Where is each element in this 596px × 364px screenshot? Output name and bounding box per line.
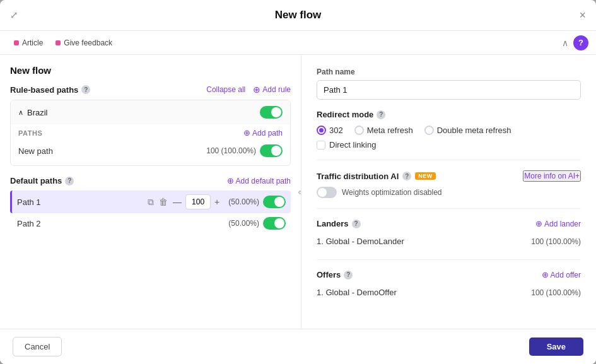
redirect-help-icon[interactable]: ? [377,110,385,119]
traffic-ai-header: Traffic distribution AI ? NEW More info … [317,170,581,182]
article-dot [14,40,19,45]
plus-circle-icon-2: ⊕ [243,128,250,138]
path-name-section: Path name [317,68,581,100]
section-divider-2 [317,208,581,209]
rule-based-help-icon[interactable]: ? [81,85,90,94]
traffic-ai-title: Traffic distribution AI ? NEW [317,172,436,181]
offer-row-1: 1. Global - DemoOffer 100 (100.00%) [317,285,581,300]
offers-title: Offers ? [317,270,353,279]
radio-circle-double [424,126,434,135]
plus-button-1[interactable]: + [213,197,221,207]
radio-double-meta[interactable]: Double meta refresh [424,126,511,135]
chevron-down-icon: ∧ [18,109,23,117]
default-path-row-1[interactable]: Path 1 ⧉ 🗑 — + (50.00%) [10,191,291,213]
modal-body: New flow Rule-based paths ? Collapse all… [0,55,596,329]
rule-based-header: Rule-based paths ? Collapse all ⊕ Add ru… [10,85,291,95]
add-offer-button[interactable]: ⊕ Add offer [542,270,581,279]
path-name-input[interactable] [317,80,581,100]
path1-num-input[interactable] [185,194,211,209]
redirect-mode-section: Redirect mode ? 302 Meta refresh [317,110,581,150]
tab-article[interactable]: Article [8,35,49,51]
tab-bar: Article Give feedback ∧ ? [0,31,596,55]
default-paths-section: Default paths ? ⊕ Add default path Path … [10,176,291,233]
more-info-button[interactable]: More info on AI+ [523,170,581,182]
radio-circle-302 [317,126,326,135]
radio-circle-meta [354,126,364,135]
right-panel: Path name Redirect mode ? 302 [301,55,596,329]
cancel-button[interactable]: Cancel [13,337,62,356]
default-paths-header: Default paths ? ⊕ Add default path [10,176,291,185]
brazil-path-row: New path 100 (100.00%) [18,141,283,160]
plus-circle-icon-offer: ⊕ [542,270,549,279]
offers-section: Offers ? ⊕ Add offer 1. Global - DemoOff… [317,270,581,300]
resize-handle[interactable]: ⇔ [295,55,301,329]
add-rule-button[interactable]: ⊕ Add rule [253,85,291,95]
tab-article-label: Article [22,38,43,47]
plus-circle-icon-3: ⊕ [227,176,234,185]
rule-based-actions: Collapse all ⊕ Add rule [206,85,291,95]
plus-circle-icon: ⊕ [253,85,260,95]
default-paths-title: Default paths ? [10,176,74,185]
tab-give-feedback[interactable]: Give feedback [49,35,119,51]
expand-icon[interactable]: ⤢ [10,9,18,21]
minus-button-1[interactable]: — [172,197,183,207]
plus-circle-icon-lander: ⊕ [535,219,542,228]
collapse-button[interactable]: ∧ [562,38,568,48]
add-path-button[interactable]: ⊕ Add path [243,128,283,138]
rule-based-title: Rule-based paths ? [10,85,90,95]
feedback-dot [56,40,61,45]
default-path-row-2[interactable]: Path 2 (50.00%) [10,213,291,233]
path2-toggle[interactable] [263,217,286,230]
brazil-paths-table: PATHS ⊕ Add path New path 100 (100.00%) [11,124,290,165]
default-paths-help-icon[interactable]: ? [65,177,74,185]
path1-value: (50.00%) [228,196,286,208]
close-button[interactable]: × [579,9,586,22]
resize-icon: ⇔ [298,186,302,198]
landers-help-icon[interactable]: ? [352,220,361,228]
help-button[interactable]: ? [573,35,588,50]
delete-icon[interactable]: 🗑 [158,196,169,208]
modal-title: New flow [275,9,322,21]
save-button[interactable]: Save [529,338,583,356]
rule-group-brazil-name: ∧ Brazil [18,108,48,117]
new-flow-modal: ⤢ New flow × Article Give feedback ∧ ? N… [0,0,596,364]
weights-toggle-row: Weights optimization disabled [317,187,581,198]
copy-icon[interactable]: ⧉ [146,196,155,209]
redirect-mode-title: Redirect mode ? [317,110,581,119]
path1-toggle[interactable] [263,196,286,208]
radio-meta-refresh[interactable]: Meta refresh [354,126,413,135]
add-default-path-button[interactable]: ⊕ Add default path [227,176,291,185]
direct-linking-checkbox[interactable]: Direct linking [317,140,581,150]
offers-help-icon[interactable]: ? [344,271,353,279]
checkbox-box [317,141,325,150]
modal-header: ⤢ New flow × [0,0,596,31]
traffic-ai-section: Traffic distribution AI ? NEW More info … [317,170,581,198]
lander-row-1: 1. Global - DemoLander 100 (100.00%) [317,233,581,249]
collapse-all-button[interactable]: Collapse all [206,85,245,94]
landers-header: Landers ? ⊕ Add lander [317,219,581,228]
weights-toggle[interactable] [317,187,337,198]
offers-header: Offers ? ⊕ Add offer [317,270,581,279]
section-divider-3 [317,259,581,260]
paths-header: PATHS ⊕ Add path [18,128,283,138]
rule-group-brazil: ∧ Brazil PATHS ⊕ Add [10,100,291,166]
path2-value: (50.00%) [228,217,286,230]
tab-bar-actions: ∧ ? [562,35,588,50]
radio-302[interactable]: 302 [317,126,343,135]
tab-feedback-label: Give feedback [64,38,112,47]
traffic-help-icon[interactable]: ? [402,172,411,180]
landers-title: Landers ? [317,219,361,228]
add-lander-button[interactable]: ⊕ Add lander [535,219,581,228]
panel-title: New flow [10,65,291,76]
radio-group: 302 Meta refresh Double meta refresh [317,126,581,135]
left-panel: New flow Rule-based paths ? Collapse all… [0,55,301,329]
section-divider-1 [317,160,581,160]
landers-section: Landers ? ⊕ Add lander 1. Global - DemoL… [317,219,581,249]
brazil-toggle[interactable] [260,106,283,119]
new-path-toggle[interactable] [260,144,283,157]
brazil-path-value: 100 (100.00%) [206,144,283,157]
modal-footer: Cancel Save [0,329,596,364]
rule-group-brazil-header: ∧ Brazil [11,100,290,124]
path1-actions: ⧉ 🗑 — + [146,194,221,209]
